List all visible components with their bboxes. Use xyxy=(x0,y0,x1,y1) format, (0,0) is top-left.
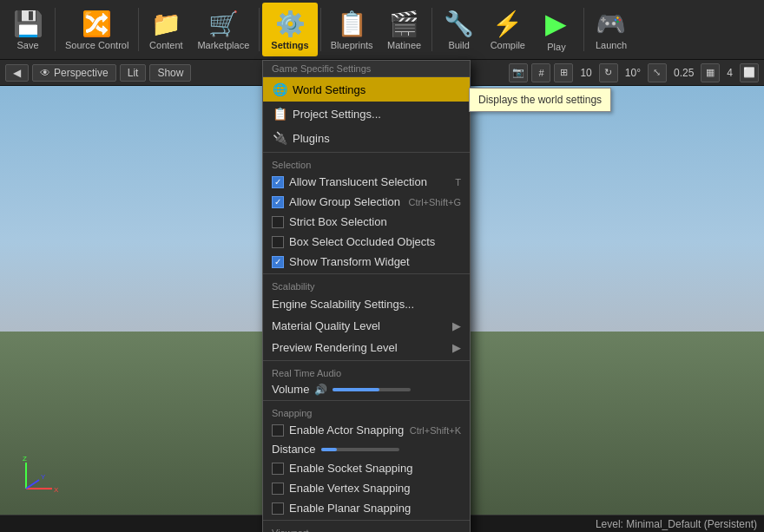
toolbar-divider-2 xyxy=(138,8,139,51)
build-button[interactable]: 🔧 Build xyxy=(435,3,484,56)
marketplace-button[interactable]: 🛒 Marketplace xyxy=(190,3,256,56)
grid-count-btn[interactable]: ▦ xyxy=(701,63,720,82)
content-label: Content xyxy=(149,40,183,50)
build-label: Build xyxy=(448,40,469,50)
world-settings-tooltip: Displays the world settings xyxy=(469,88,611,112)
toolbar: 💾 Save 🔀 Source Control 📁 Content 🛒 Mark… xyxy=(0,0,764,60)
enable-actor-snapping-label: Enable Actor Snapping xyxy=(289,424,405,437)
show-transform-item[interactable]: Show Transform Widget xyxy=(263,252,470,272)
settings-button[interactable]: ⚙️ Settings xyxy=(262,3,317,56)
source-control-button[interactable]: 🔀 Source Control xyxy=(58,3,135,56)
blueprints-button[interactable]: 📋 Blueprints xyxy=(324,3,380,56)
dropdown-sep-5 xyxy=(263,520,470,521)
toolbar-divider-1 xyxy=(55,8,56,51)
level-status: Level: Minimal_Default (Persistent) xyxy=(596,518,757,530)
enable-vertex-snapping-checkbox[interactable] xyxy=(272,483,284,495)
matinee-button[interactable]: 🎬 Matinee xyxy=(380,3,429,56)
fov-value: 10 xyxy=(576,67,595,79)
material-quality-item[interactable]: Material Quality Level ▶ xyxy=(263,315,470,337)
enable-vertex-snapping-label: Enable Vertex Snapping xyxy=(289,482,461,495)
plugins-item[interactable]: 🔌 Plugins xyxy=(263,126,470,150)
enable-socket-snapping-item[interactable]: Enable Socket Snapping xyxy=(263,458,470,478)
allow-group-shortcut: Ctrl+Shift+G xyxy=(408,197,461,207)
strict-box-item[interactable]: Strict Box Selection xyxy=(263,212,470,232)
source-control-label: Source Control xyxy=(65,40,128,50)
launch-button[interactable]: 🎮 Launch xyxy=(587,3,636,56)
plugins-icon: 🔌 xyxy=(272,130,287,146)
selection-section-header: Selection xyxy=(263,154,470,172)
marketplace-label: Marketplace xyxy=(197,40,249,50)
enable-planar-snapping-item[interactable]: Enable Planar Snapping xyxy=(263,498,470,518)
allow-group-label: Allow Group Selection xyxy=(289,195,403,208)
play-button[interactable]: ▶ Play xyxy=(532,3,581,56)
perspective-button[interactable]: 👁 Perspective xyxy=(32,64,116,82)
box-select-occluded-item[interactable]: Box Select Occluded Objects xyxy=(263,232,470,252)
viewport-section-header: Viewport xyxy=(263,522,470,532)
perspective-icon: 👁 xyxy=(40,67,50,79)
grid-icon-btn[interactable]: # xyxy=(531,63,550,82)
enable-planar-snapping-checkbox[interactable] xyxy=(272,502,284,515)
volume-slider[interactable] xyxy=(333,388,411,391)
lit-button[interactable]: Lit xyxy=(120,64,147,82)
material-quality-arrow: ▶ xyxy=(452,319,461,332)
box-select-occluded-label: Box Select Occluded Objects xyxy=(289,235,461,248)
launch-label: Launch xyxy=(596,40,627,50)
allow-translucent-item[interactable]: Allow Translucent Selection T xyxy=(263,172,470,192)
marketplace-icon: 🛒 xyxy=(208,10,239,38)
camera-icon-btn[interactable]: 📷 xyxy=(509,63,528,82)
blueprints-label: Blueprints xyxy=(331,40,373,50)
save-button[interactable]: 💾 Save xyxy=(3,3,52,56)
maximize-icon-btn[interactable]: ⬜ xyxy=(740,63,759,82)
world-settings-icon: 🌐 xyxy=(272,82,287,97)
allow-translucent-label: Allow Translucent Selection xyxy=(289,175,450,188)
svg-text:X: X xyxy=(54,486,59,494)
angle-value: 10° xyxy=(622,67,644,79)
distance-slider[interactable] xyxy=(321,448,399,451)
grid-angle-btn[interactable]: ⊞ xyxy=(554,63,573,82)
svg-line-2 xyxy=(26,480,39,489)
save-icon: 💾 xyxy=(13,10,43,38)
enable-actor-snapping-item[interactable]: Enable Actor Snapping Ctrl+Shift+K xyxy=(263,420,470,440)
compile-button[interactable]: ⚡ Compile xyxy=(484,3,532,56)
volume-row: Volume 🔊 xyxy=(263,380,470,398)
show-transform-checkbox[interactable] xyxy=(272,256,284,268)
rotate-icon-btn[interactable]: ↻ xyxy=(599,63,618,82)
build-icon: 🔧 xyxy=(444,10,474,38)
preview-rendering-arrow: ▶ xyxy=(452,341,461,354)
box-select-occluded-checkbox[interactable] xyxy=(272,236,284,248)
lit-label: Lit xyxy=(128,67,139,79)
compile-label: Compile xyxy=(491,40,525,50)
engine-scalability-item[interactable]: Engine Scalability Settings... xyxy=(263,293,470,315)
content-button[interactable]: 📁 Content xyxy=(142,3,190,56)
volume-fill xyxy=(333,388,379,391)
volume-icon: 🔊 xyxy=(314,384,327,396)
engine-scalability-label: Engine Scalability Settings... xyxy=(272,298,461,311)
enable-vertex-snapping-item[interactable]: Enable Vertex Snapping xyxy=(263,478,470,498)
preview-rendering-item[interactable]: Preview Rendering Level ▶ xyxy=(263,337,470,358)
world-settings-label: World Settings xyxy=(293,83,461,96)
project-settings-icon: 📋 xyxy=(272,106,287,122)
matinee-icon: 🎬 xyxy=(389,10,419,38)
world-settings-item[interactable]: 🌐 World Settings xyxy=(263,77,470,102)
allow-group-checkbox[interactable] xyxy=(272,196,284,208)
toolbar-divider-4 xyxy=(320,8,321,51)
show-button[interactable]: Show xyxy=(149,64,191,82)
enable-planar-snapping-label: Enable Planar Snapping xyxy=(289,502,461,515)
scale-icon-btn[interactable]: ⤡ xyxy=(648,63,667,82)
settings-dropdown: Game Specific Settings 🌐 World Settings … xyxy=(262,60,471,532)
snapping-section-header: Snapping xyxy=(263,403,470,420)
play-icon: ▶ xyxy=(545,7,567,40)
allow-translucent-checkbox[interactable] xyxy=(272,176,284,188)
viewport-nav-back[interactable]: ◀ xyxy=(5,64,29,82)
project-settings-item[interactable]: 📋 Project Settings... xyxy=(263,102,470,126)
enable-socket-snapping-checkbox[interactable] xyxy=(272,463,284,475)
enable-actor-snapping-shortcut: Ctrl+Shift+K xyxy=(410,425,461,436)
launch-icon: 🎮 xyxy=(596,10,626,38)
save-label: Save xyxy=(16,40,38,50)
play-label: Play xyxy=(547,42,565,52)
allow-group-item[interactable]: Allow Group Selection Ctrl+Shift+G xyxy=(263,192,470,212)
enable-actor-snapping-checkbox[interactable] xyxy=(272,424,284,437)
scalability-section-header: Scalability xyxy=(263,276,470,293)
strict-box-checkbox[interactable] xyxy=(272,216,284,228)
matinee-label: Matinee xyxy=(387,40,421,50)
